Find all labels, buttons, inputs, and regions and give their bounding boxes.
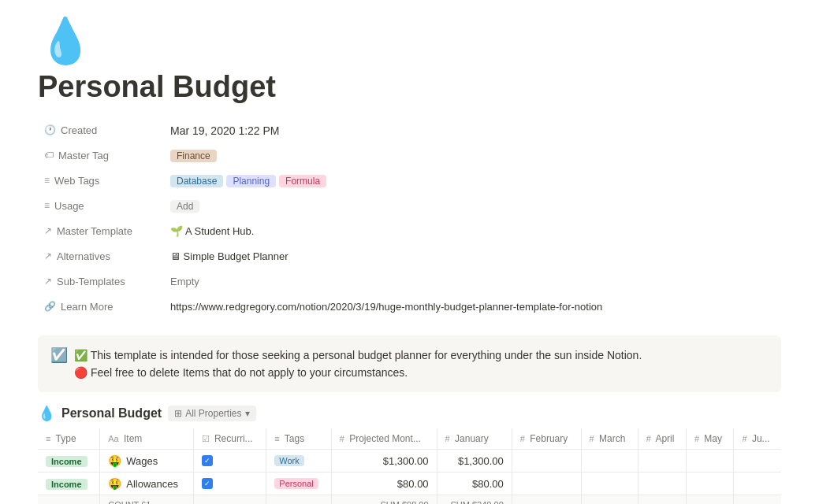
database-tag[interactable]: Database xyxy=(170,175,223,187)
cell-april-allowances[interactable] xyxy=(638,472,686,495)
arrow-up-right-alt-icon: ↗ xyxy=(44,250,52,261)
wages-name: Wages xyxy=(126,455,158,467)
callout-text-line2: Feel free to delete Items that do not ap… xyxy=(91,366,408,379)
callout-box: ☑️ ✅ This template is intended for those… xyxy=(38,335,781,393)
formula-tag[interactable]: Formula xyxy=(279,175,326,187)
all-properties-button[interactable]: ⊞ All Properties ▾ xyxy=(168,406,255,421)
cell-march-wages[interactable] xyxy=(581,450,638,472)
web-tags-value: Database Planning Formula xyxy=(164,172,781,191)
learn-more-link[interactable]: https://www.redgregory.com/notion/2020/3… xyxy=(170,301,602,313)
add-usage-button[interactable]: Add xyxy=(170,200,199,213)
cell-recurring-wages[interactable] xyxy=(193,450,266,472)
col-icon-tags: ≡ xyxy=(274,434,279,443)
chevron-down-icon: ▾ xyxy=(245,408,250,419)
cell-recurring-allowances[interactable] xyxy=(193,472,266,495)
col-header-item[interactable]: Aa Item xyxy=(100,428,193,450)
prop-row-created: 🕐 Created Mar 19, 2020 1:22 PM xyxy=(38,121,781,146)
allowances-emoji: 🤑 xyxy=(108,477,121,490)
prop-label-alternatives: ↗ Alternatives xyxy=(38,247,164,265)
col-header-tags[interactable]: ≡ Tags xyxy=(266,428,331,450)
created-value: Mar 19, 2020 1:22 PM xyxy=(164,121,781,140)
planning-tag[interactable]: Planning xyxy=(226,175,276,187)
sub-templates-value: Empty xyxy=(164,272,781,291)
cell-type-wages[interactable]: Income xyxy=(38,450,100,472)
cell-january-wages[interactable]: $1,300.00 xyxy=(437,450,512,472)
col-label-january: January xyxy=(455,433,489,444)
cell-item-wages[interactable]: 🤑 Wages xyxy=(100,450,193,472)
cell-february-allowances[interactable] xyxy=(512,472,581,495)
col-icon-january: # xyxy=(445,434,450,443)
web-tags-label: Web Tags xyxy=(54,175,99,187)
alternatives-link[interactable]: 🖥 Simple Budget Planner xyxy=(170,250,289,262)
prop-label-sub-templates: ↗ Sub-Templates xyxy=(38,272,164,291)
prop-label-master-template: ↗ Master Template xyxy=(38,222,164,240)
cell-june-wages[interactable] xyxy=(734,450,781,472)
cell-item-allowances[interactable]: 🤑 Allowances xyxy=(100,472,193,495)
prop-row-web-tags: ≡ Web Tags Database Planning Formula xyxy=(38,172,781,197)
sub-templates-label: Sub-Templates xyxy=(57,276,125,287)
learn-more-value: https://www.redgregory.com/notion/2020/3… xyxy=(164,298,781,316)
col-label-april: April xyxy=(655,433,674,444)
col-header-projected[interactable]: # Projected Mont... xyxy=(331,428,437,450)
cell-april-wages[interactable] xyxy=(638,450,686,472)
database-wrapper: ≡ Type Aa Item ☑ Recurri... ≡ Tags xyxy=(38,428,781,504)
allowances-name: Allowances xyxy=(126,478,178,490)
col-header-recurring[interactable]: ☑ Recurri... xyxy=(193,428,266,450)
cell-type-allowances[interactable]: Income xyxy=(38,472,100,495)
col-header-type[interactable]: ≡ Type xyxy=(38,428,100,450)
cell-projected-allowances[interactable]: $80.00 xyxy=(331,472,437,495)
callout-red-circle-icon: 🔴 xyxy=(74,366,87,379)
section-header: 💧 Personal Budget ⊞ All Properties ▾ xyxy=(38,405,781,422)
col-header-february[interactable]: # February xyxy=(512,428,581,450)
col-label-recurring: Recurri... xyxy=(214,433,253,444)
all-properties-label: All Properties xyxy=(185,408,241,419)
col-icon-march: # xyxy=(590,434,594,443)
callout-content: ✅ This template is intended for those se… xyxy=(74,346,642,382)
cell-projected-wages[interactable]: $1,300.00 xyxy=(331,450,437,472)
col-icon-type: ≡ xyxy=(46,434,50,443)
prop-row-usage: ≡ Usage Add xyxy=(38,197,781,222)
all-properties-grid-icon: ⊞ xyxy=(174,408,182,419)
recurring-checked-wages xyxy=(202,455,213,466)
footer-empty-mar xyxy=(581,495,638,504)
footer-empty-feb xyxy=(512,495,581,504)
cell-tags-allowances[interactable]: Personal xyxy=(266,472,331,495)
cell-march-allowances[interactable] xyxy=(581,472,638,495)
cell-may-allowances[interactable] xyxy=(686,472,734,495)
cell-january-allowances[interactable]: $80.00 xyxy=(437,472,512,495)
table-row: Income 🤑 Wages xyxy=(38,450,781,472)
table-row: Income 🤑 Allowances xyxy=(38,472,781,495)
col-header-june[interactable]: # Ju... xyxy=(734,428,781,450)
col-label-february: February xyxy=(530,433,568,444)
footer-empty-recurring xyxy=(193,495,266,504)
arrow-up-right-icon: ↗ xyxy=(44,225,52,236)
footer-empty-apr xyxy=(638,495,686,504)
wages-emoji: 🤑 xyxy=(108,454,121,467)
col-icon-june: # xyxy=(742,434,746,443)
arrow-up-right-sub-icon: ↗ xyxy=(44,276,52,287)
usage-icon: ≡ xyxy=(44,200,50,211)
footer-empty-type xyxy=(38,495,100,504)
col-header-march[interactable]: # March xyxy=(581,428,638,450)
col-header-april[interactable]: # April xyxy=(638,428,686,450)
prop-row-master-template: ↗ Master Template 🌱 A Student Hub. xyxy=(38,222,781,247)
section-title: Personal Budget xyxy=(61,406,162,421)
master-template-link[interactable]: 🌱 A Student Hub. xyxy=(170,225,254,237)
cell-tags-wages[interactable]: Work xyxy=(266,450,331,472)
callout-text-line1: This template is intended for those seek… xyxy=(91,349,642,361)
col-label-tags: Tags xyxy=(285,433,304,444)
footer-empty-may xyxy=(686,495,734,504)
page-icon: 💧 xyxy=(38,19,781,63)
cell-february-wages[interactable] xyxy=(512,450,581,472)
finance-tag[interactable]: Finance xyxy=(170,150,217,162)
callout-green-check-icon: ✅ xyxy=(74,349,87,361)
cell-may-wages[interactable] xyxy=(686,450,734,472)
link-icon: 🔗 xyxy=(44,301,56,312)
footer-sum2: SUM $240.00 xyxy=(437,495,512,504)
col-icon-may: # xyxy=(694,434,699,443)
database-table: ≡ Type Aa Item ☑ Recurri... ≡ Tags xyxy=(38,428,781,504)
table-footer-row: COUNT 61 SUM $98.00 SUM $240.00 xyxy=(38,495,781,504)
col-header-may[interactable]: # May xyxy=(686,428,734,450)
col-header-january[interactable]: # January xyxy=(437,428,512,450)
cell-june-allowances[interactable] xyxy=(734,472,781,495)
